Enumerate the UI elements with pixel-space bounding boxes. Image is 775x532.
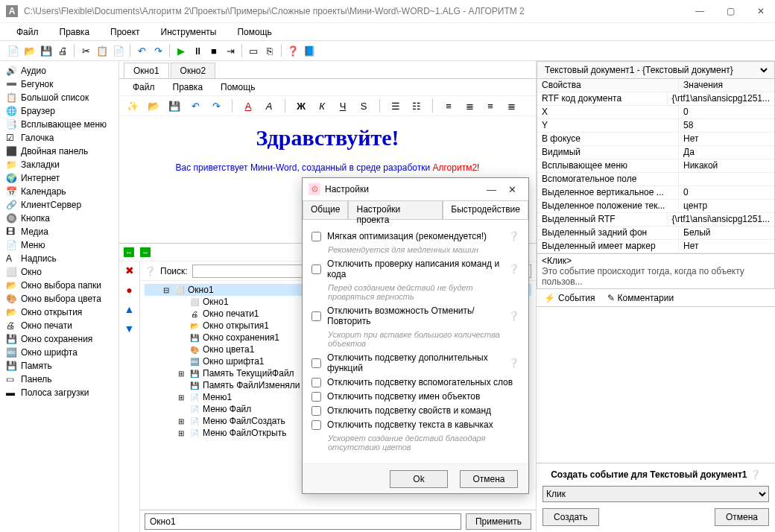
property-row[interactable]: В фокусеНет	[537, 133, 774, 146]
object-name-input[interactable]	[145, 513, 461, 530]
create-help-icon[interactable]: ❔	[750, 469, 761, 480]
event-tab[interactable]: ⚡События	[540, 291, 600, 305]
redo-icon[interactable]: ↷	[151, 43, 165, 58]
menu-Проект[interactable]: Проект	[103, 25, 148, 39]
open-icon[interactable]: 📂	[22, 43, 37, 58]
doc-menu-item[interactable]: Помощь	[215, 80, 261, 94]
toolbox-item[interactable]: 🔊Аудио	[0, 64, 118, 77]
doc-underline-icon[interactable]: Ч	[335, 98, 350, 113]
toolbox-item[interactable]: ▬Полоса загрузки	[0, 386, 118, 399]
option-help-icon[interactable]: ❔	[508, 264, 519, 274]
action-down-icon[interactable]: ▼	[124, 323, 135, 335]
toolbox-item[interactable]: 🌍Интернет	[0, 171, 118, 185]
cancel-event-button[interactable]: Отмена	[715, 508, 769, 526]
property-row[interactable]: RTF код документа{\rtf1\ansi\ansicpg1251…	[537, 92, 774, 106]
doc-strike-icon[interactable]: S	[356, 98, 371, 113]
menu-Правка[interactable]: Правка	[52, 25, 98, 39]
property-row[interactable]: Выделенное вертикальное ...0	[537, 186, 774, 200]
toolbox-item[interactable]: ▭Панель	[0, 373, 118, 386]
property-value[interactable]: {\rtf1\ansi\ansicpg1251...	[668, 92, 774, 105]
property-row[interactable]: Выделенный имеет маркерНет	[537, 240, 774, 253]
property-value[interactable]: Белый	[679, 227, 774, 239]
menu-Инструменты[interactable]: Инструменты	[154, 25, 224, 39]
option-checkbox[interactable]	[311, 265, 321, 274]
toolbox-item[interactable]: 🖨Окно печати	[0, 319, 118, 332]
property-row[interactable]: X0	[537, 106, 774, 119]
doc-align-center-icon[interactable]: ≣	[462, 98, 477, 113]
expand-icon[interactable]: ⊞	[176, 368, 186, 379]
maximize-button[interactable]: ▢	[722, 3, 739, 19]
doc-save-icon[interactable]: 💾	[167, 98, 182, 113]
doc-menu-item[interactable]: Правка	[167, 80, 209, 94]
save-icon[interactable]: 💾	[39, 43, 54, 58]
property-row[interactable]: ВидимыйДа	[537, 146, 774, 159]
doc-italic-icon[interactable]: К	[314, 98, 329, 113]
doc-align-justify-icon[interactable]: ≣	[504, 98, 519, 113]
toolbox-item[interactable]: 📂Окно открытия	[0, 305, 118, 319]
dialog-cancel-button[interactable]: Отмена	[460, 470, 518, 488]
option-help-icon[interactable]: ❔	[508, 358, 519, 368]
settings-tab[interactable]: Быстродействие	[443, 200, 528, 219]
settings-tab[interactable]: Общие	[303, 200, 348, 219]
option-checkbox[interactable]	[311, 392, 321, 402]
settings-tab[interactable]: Настройки проекта	[348, 200, 443, 219]
option-checkbox[interactable]	[311, 378, 321, 387]
property-value[interactable]: Нет	[679, 133, 774, 145]
step-icon[interactable]: ⇥	[223, 43, 238, 58]
property-value[interactable]: центр	[679, 200, 774, 212]
toolbox-item[interactable]: 💾Память	[0, 359, 118, 373]
toolbox-item[interactable]: 📄Меню	[0, 238, 118, 252]
doc-bullets-icon[interactable]: ☰	[388, 98, 403, 113]
tool1-icon[interactable]: ⎘	[262, 43, 277, 58]
toolbox-item[interactable]: AНадпись	[0, 252, 118, 265]
event-type-select[interactable]: Клик	[542, 486, 769, 502]
action-delete-icon[interactable]: ✖	[125, 265, 134, 276]
property-row[interactable]: Выделенное положение тек...центр	[537, 200, 774, 213]
pause-icon[interactable]: ⏸	[190, 43, 205, 58]
properties-table[interactable]: СвойстваЗначенияRTF код документа{\rtf1\…	[537, 79, 775, 254]
doc-numbers-icon[interactable]: ☷	[409, 98, 424, 113]
window-icon[interactable]: ▭	[246, 43, 261, 58]
toolbox-item[interactable]: 🔗КлиентСервер	[0, 198, 118, 212]
minimize-button[interactable]: —	[691, 3, 709, 19]
option-checkbox[interactable]	[311, 406, 321, 416]
help1-icon[interactable]: ❓	[285, 43, 300, 58]
property-row[interactable]: Выделенный RTF{\rtf1\ansi\ansicpg1251...	[537, 213, 774, 227]
cut-icon[interactable]: ✂	[78, 43, 93, 58]
property-value[interactable]: Нет	[679, 240, 774, 253]
expand-icon[interactable]: ⊞	[176, 392, 186, 402]
toolbox-item[interactable]: ⬜Окно	[0, 265, 118, 279]
property-row[interactable]: Всплывающее менюНикакой	[537, 159, 774, 173]
dialog-minimize-button[interactable]: —	[481, 183, 502, 197]
action-record-icon[interactable]: ●	[126, 284, 132, 296]
property-value[interactable]	[679, 173, 774, 186]
new-icon[interactable]: 📄	[6, 43, 21, 58]
doc-open-icon[interactable]: 📂	[146, 98, 161, 113]
menu-Файл[interactable]: Файл	[9, 25, 46, 39]
toolbox-item[interactable]: 🔤Окно шрифта	[0, 346, 118, 359]
property-value[interactable]: {\rtf1\ansi\ansicpg1251...	[668, 213, 774, 226]
property-row[interactable]: Y58	[537, 119, 774, 133]
doc-undo-icon[interactable]: ↶	[188, 98, 203, 113]
toolbox-item[interactable]: 📁Закладки	[0, 158, 118, 171]
dialog-close-button[interactable]: ✕	[502, 183, 522, 197]
expand-icon[interactable]: ⊟	[161, 285, 171, 295]
dialog-ok-button[interactable]: Ok	[390, 470, 448, 488]
doc-new-icon[interactable]: ✨	[125, 98, 140, 113]
toolbox-panel[interactable]: 🔊Аудио➖Бегунок📋Большой список🌐Браузер📑Вс…	[0, 61, 119, 532]
toolbox-item[interactable]: 🎨Окно выбора цвета	[0, 292, 118, 305]
expand-icon[interactable]: ⊞	[176, 416, 186, 426]
doc-menu-item[interactable]: Файл	[127, 80, 161, 94]
code-marker1-icon[interactable]: ↔	[124, 247, 134, 257]
toolbox-item[interactable]: 📋Большой список	[0, 91, 118, 104]
toolbox-item[interactable]: 📅Календарь	[0, 185, 118, 198]
toolbox-item[interactable]: 📑Всплывающее меню	[0, 118, 118, 131]
event-tab[interactable]: ✎Комментарии	[603, 291, 679, 305]
toolbox-item[interactable]: ➖Бегунок	[0, 77, 118, 91]
doc-bold-icon[interactable]: Ж	[294, 98, 309, 113]
option-checkbox[interactable]	[311, 232, 321, 241]
property-value[interactable]: Да	[679, 146, 774, 159]
property-value[interactable]: 0	[679, 186, 774, 199]
search-help-icon[interactable]: ❔	[145, 266, 156, 276]
property-row[interactable]: Выделенный задний фонБелый	[537, 227, 774, 240]
